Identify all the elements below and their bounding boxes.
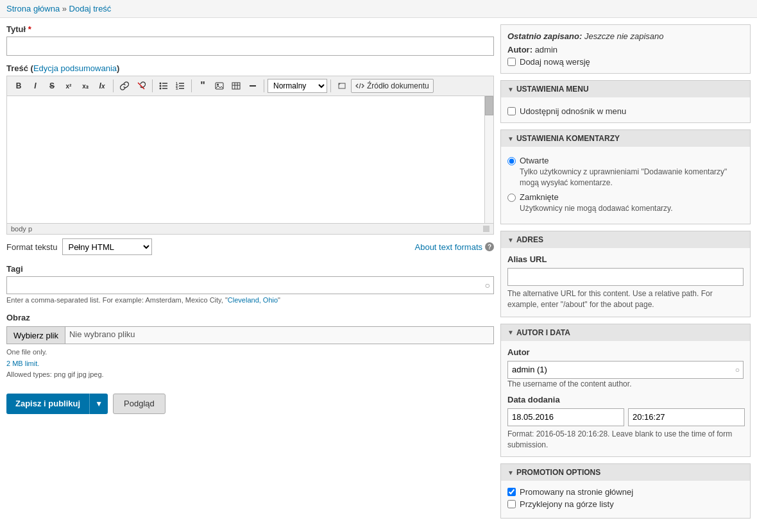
new-version-label[interactable]: Dodaj nową wersję (520, 57, 590, 67)
bold-button[interactable]: B (11, 79, 26, 93)
unlink-button[interactable] (133, 79, 149, 93)
resize-handle[interactable] (483, 226, 489, 232)
subscript-button[interactable]: x₂ (78, 79, 93, 93)
alias-input[interactable] (507, 268, 744, 286)
date-row (507, 408, 744, 426)
closed-radio[interactable] (507, 194, 516, 202)
file-choose-button[interactable]: Wybierz plik (6, 326, 65, 344)
open-label[interactable]: Otwarte (520, 156, 549, 165)
comment-radio-group: Otwarte Tylko użytkownicy z uprawnieniam… (507, 156, 744, 213)
title-label: Tytuł * (6, 24, 494, 34)
promotion-box: ▼ PROMOTION OPTIONS Promowany na stronie… (500, 463, 751, 519)
separator-4 (264, 79, 264, 92)
cleveland-link[interactable]: Cleveland, Ohio (228, 296, 278, 304)
sidebar: Ostatnio zapisano: Jeszcze nie zapisano … (500, 24, 751, 525)
preview-button[interactable]: Podgląd (113, 394, 166, 414)
svg-point-1 (160, 83, 162, 85)
time-input[interactable] (628, 408, 745, 426)
date-input[interactable] (507, 408, 624, 426)
sticky-label[interactable]: Przyklejony na górze listy (520, 499, 614, 509)
help-icon[interactable]: ? (485, 242, 494, 251)
author-row: Autor: admin (507, 45, 744, 54)
closed-radio-row: Zamknięte Użytkownicy nie mogą dodawać k… (507, 192, 744, 214)
promoted-row: Promowany na stronie głównej (507, 487, 744, 497)
autor-data-box: ▼ AUTOR I DATA Autor ○ The username of t… (500, 324, 751, 457)
scrollbar-thumb[interactable] (485, 96, 493, 115)
new-version-row: Dodaj nową wersję (507, 57, 744, 67)
promotion-content: Promowany na stronie głównej Przyklejony… (501, 481, 750, 518)
editor-toolbar: B I S x² x₂ Ix 1.2.3. " (6, 76, 494, 96)
tags-input-wrapper: ○ (6, 276, 494, 294)
menu-settings-title: USTAWIENIA MENU (516, 85, 589, 94)
file-hint-1: One file only. (6, 347, 494, 358)
menu-settings-box: ▼ USTAWIENIA MENU Udostępnij odnośnik w … (500, 80, 751, 123)
open-desc: Tylko użytkownicy z uprawnieniami "Dodaw… (520, 167, 744, 188)
tagi-label: Tagi (6, 264, 494, 274)
image-button[interactable] (212, 79, 227, 93)
share-link-label[interactable]: Udostępnij odnośnik w menu (520, 106, 626, 116)
editor-scrollbar[interactable] (484, 96, 493, 223)
promoted-label[interactable]: Promowany na stronie głównej (520, 487, 633, 497)
autor-section-label: Autor (507, 347, 744, 357)
menu-settings-content: Udostępnij odnośnik w menu (501, 97, 750, 122)
data-section-label: Data dodania (507, 395, 744, 404)
share-link-checkbox[interactable] (507, 107, 516, 115)
strikethrough-button[interactable]: S (44, 79, 60, 93)
svg-line-21 (359, 83, 361, 88)
breadcrumb-home[interactable]: Strona główna (6, 4, 60, 13)
save-dropdown-button[interactable]: ▼ (89, 394, 108, 414)
link-button[interactable] (117, 79, 132, 93)
saved-info-content: Ostatnio zapisano: Jeszcze nie zapisano … (501, 25, 750, 73)
format-tekstu-select[interactable]: Pełny HTML Filtrowany HTML Zwykły tekst (62, 238, 152, 255)
sticky-checkbox[interactable] (507, 500, 516, 508)
table-button[interactable] (228, 79, 244, 93)
closed-label[interactable]: Zamknięte (520, 192, 559, 202)
author-label: Autor: (507, 45, 532, 54)
main-content: Tytuł * Treść (Edycja podsumowania) B I … (6, 24, 494, 525)
promoted-checkbox[interactable] (507, 488, 516, 496)
menu-triangle: ▼ (507, 86, 514, 93)
tags-hint: Enter a comma-separated list. For exampl… (6, 296, 494, 304)
autor-data-title: AUTOR I DATA (516, 328, 570, 337)
file-hint-3: Allowed types: png gif jpg jpeg. (6, 369, 494, 381)
about-formats-link[interactable]: About text formats (415, 242, 483, 252)
comment-settings-box: ▼ USTAWIENIA KOMENTARZY Otwarte Tylko uż… (500, 129, 751, 224)
file-hints: One file only. 2 MB limit. Allowed types… (6, 347, 494, 381)
source-button[interactable]: Źródło dokumentu (351, 79, 434, 93)
format-tekstu-label: Format tekstu (6, 242, 57, 252)
italic-button[interactable]: I (28, 79, 43, 93)
last-saved-info: Ostatnio zapisano: Jeszcze nie zapisano (507, 31, 744, 41)
editor-area[interactable] (6, 96, 494, 224)
format-select[interactable]: Normalny Nagłówek 1 Nagłówek 2 Nagłówek … (268, 79, 327, 93)
editor-body[interactable] (7, 96, 493, 218)
svg-point-5 (160, 88, 162, 90)
adres-triangle: ▼ (507, 237, 514, 244)
breadcrumb-current[interactable]: Dodaj treść (69, 4, 112, 13)
remove-format-button[interactable]: Ix (94, 79, 110, 93)
file-hint-2: 2 MB limit. (6, 358, 494, 370)
superscript-button[interactable]: x² (61, 79, 76, 93)
maximize-button[interactable] (334, 79, 350, 93)
new-version-checkbox[interactable] (507, 58, 516, 66)
horizontal-rule-button[interactable] (245, 79, 260, 93)
blockquote-button[interactable]: " (195, 79, 210, 93)
adres-header[interactable]: ▼ ADRES (501, 231, 750, 248)
title-input[interactable] (6, 37, 494, 56)
autor-input[interactable] (507, 361, 744, 379)
edit-summary-link[interactable]: Edycja podsumowania (33, 63, 117, 73)
open-radio[interactable] (507, 157, 516, 165)
unordered-list-button[interactable] (156, 79, 171, 93)
comment-settings-header[interactable]: ▼ USTAWIENIA KOMENTARZY (501, 130, 750, 147)
autor-data-header[interactable]: ▼ AUTOR I DATA (501, 324, 750, 341)
comment-settings-title: USTAWIENIA KOMENTARZY (516, 134, 620, 143)
promotion-header[interactable]: ▼ PROMOTION OPTIONS (501, 464, 750, 481)
ordered-list-button[interactable]: 1.2.3. (173, 79, 188, 93)
status-bar-text: body p (11, 225, 32, 233)
menu-settings-header[interactable]: ▼ USTAWIENIA MENU (501, 81, 750, 97)
separator-2 (152, 79, 153, 92)
adres-content: Alias URL The alternative URL for this c… (501, 248, 750, 317)
tags-input[interactable] (6, 276, 494, 294)
save-publish-button[interactable]: Zapisz i publikuj (6, 394, 89, 414)
breadcrumb: Strona główna » Dodaj treść (0, 0, 757, 18)
breadcrumb-separator: » (62, 4, 67, 13)
